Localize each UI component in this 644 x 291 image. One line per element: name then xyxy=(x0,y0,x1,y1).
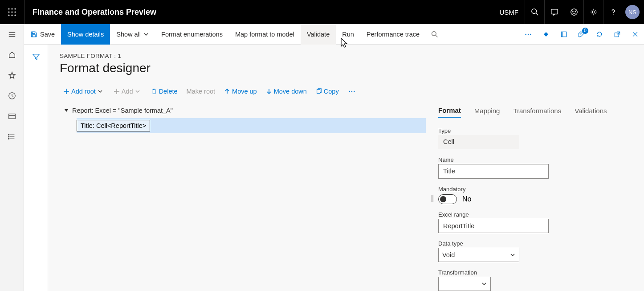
svg-point-34 xyxy=(528,34,529,35)
page-title: Format designer xyxy=(60,61,632,75)
nav-hamburger-button[interactable] xyxy=(0,24,24,45)
filter-button[interactable] xyxy=(32,53,40,291)
copy-button[interactable]: Copy xyxy=(312,85,342,98)
svg-rect-29 xyxy=(33,32,35,33)
add-root-button[interactable]: Add root xyxy=(60,85,108,98)
popout-icon xyxy=(614,31,621,38)
map-format-button[interactable]: Map format to model xyxy=(229,24,301,45)
search-icon xyxy=(431,31,438,38)
overflow-button[interactable] xyxy=(519,24,537,45)
svg-rect-36 xyxy=(544,32,548,37)
app-launcher-button[interactable] xyxy=(0,0,24,24)
refresh-button[interactable] xyxy=(591,24,608,45)
left-rail xyxy=(0,24,24,291)
settings-button[interactable] xyxy=(583,0,603,24)
toolbar-overflow-button[interactable] xyxy=(344,85,361,98)
chevron-down-icon xyxy=(135,89,140,94)
delete-label: Delete xyxy=(159,88,178,95)
svg-point-7 xyxy=(11,14,12,16)
run-label: Run xyxy=(342,31,354,38)
filter-icon xyxy=(32,53,40,61)
attachments-button[interactable]: 0 xyxy=(573,24,591,45)
diamond-icon xyxy=(542,30,550,38)
save-label: Save xyxy=(40,31,55,38)
run-button[interactable]: Run xyxy=(336,24,360,45)
plus-icon xyxy=(63,88,69,94)
nav-favorites-button[interactable] xyxy=(0,65,24,86)
help-button[interactable] xyxy=(603,0,623,24)
name-field[interactable] xyxy=(438,164,549,178)
properties-panel: Format Mapping Transformations Validatio… xyxy=(436,104,632,291)
mandatory-label: Mandatory xyxy=(438,186,632,193)
tree-root-row[interactable]: Report: Excel = "Sample format_A" xyxy=(60,104,426,117)
workspace-icon xyxy=(8,112,16,120)
hamburger-icon xyxy=(8,30,16,38)
office-icon xyxy=(560,31,567,38)
performance-trace-label: Performance trace xyxy=(367,31,420,38)
svg-point-28 xyxy=(8,139,9,139)
star-icon xyxy=(8,71,16,79)
nav-home-button[interactable] xyxy=(0,45,24,65)
save-button[interactable]: Save xyxy=(24,24,61,45)
clock-icon xyxy=(8,92,16,100)
tab-transformations[interactable]: Transformations xyxy=(513,107,561,117)
transformation-select[interactable] xyxy=(438,277,491,291)
validate-label: Validate xyxy=(307,31,330,38)
svg-point-33 xyxy=(525,34,526,35)
tab-format[interactable]: Format xyxy=(438,107,461,118)
performance-trace-button[interactable]: Performance trace xyxy=(360,24,426,45)
nav-workspaces-button[interactable] xyxy=(0,106,24,127)
tree-selected-row[interactable]: Title: Cell<ReportTitle> xyxy=(77,118,426,133)
tab-validations[interactable]: Validations xyxy=(575,107,607,117)
excel-range-field[interactable] xyxy=(438,219,549,233)
move-up-button[interactable]: Move up xyxy=(220,85,261,98)
tree-root-label: Report: Excel = "Sample format_A" xyxy=(72,107,173,114)
move-up-label: Move up xyxy=(232,88,257,95)
svg-point-0 xyxy=(8,8,9,9)
tab-mapping[interactable]: Mapping xyxy=(474,107,500,117)
company-label[interactable]: USMF xyxy=(493,8,525,16)
add-label: Add xyxy=(122,88,133,95)
show-all-button[interactable]: Show all xyxy=(110,24,155,45)
show-all-label: Show all xyxy=(116,31,141,38)
svg-point-2 xyxy=(14,8,16,9)
data-type-select[interactable]: Void xyxy=(438,248,519,262)
svg-point-35 xyxy=(530,34,531,35)
arrow-up-icon xyxy=(224,88,230,94)
avatar[interactable]: NS xyxy=(625,5,640,19)
move-down-label: Move down xyxy=(274,88,307,95)
attachments-badge: 0 xyxy=(582,28,588,34)
splitter[interactable]: ‖ xyxy=(429,104,436,291)
close-button[interactable] xyxy=(626,24,644,45)
move-down-button[interactable]: Move down xyxy=(262,85,310,98)
nav-recent-button[interactable] xyxy=(0,86,24,106)
search-button[interactable] xyxy=(525,0,544,24)
tree-caret-icon[interactable] xyxy=(63,108,69,113)
save-icon xyxy=(30,31,37,38)
copy-label: Copy xyxy=(324,88,339,95)
format-tree[interactable]: Report: Excel = "Sample format_A" Title:… xyxy=(60,104,429,291)
office-addin-button[interactable] xyxy=(555,24,573,45)
svg-point-26 xyxy=(8,135,9,135)
svg-rect-30 xyxy=(33,35,35,37)
cmd-search-button[interactable] xyxy=(426,24,444,45)
format-enumerations-button[interactable]: Format enumerations xyxy=(155,24,229,45)
messages-button[interactable] xyxy=(544,0,564,24)
svg-line-10 xyxy=(536,13,538,16)
nav-modules-button[interactable] xyxy=(0,127,24,147)
feedback-button[interactable] xyxy=(564,0,583,24)
svg-point-14 xyxy=(575,11,575,11)
add-root-label: Add root xyxy=(71,88,96,95)
validate-button[interactable]: Validate xyxy=(301,24,336,45)
mandatory-value: No xyxy=(462,195,471,203)
chevron-down-icon xyxy=(98,89,103,94)
gear-icon xyxy=(590,8,598,16)
mandatory-toggle[interactable] xyxy=(438,194,457,204)
svg-point-13 xyxy=(572,11,573,11)
popout-button[interactable] xyxy=(608,24,626,45)
close-icon xyxy=(632,31,638,37)
data-type-label: Data type xyxy=(438,240,632,247)
show-details-button[interactable]: Show details xyxy=(61,24,110,45)
delete-button[interactable]: Delete xyxy=(147,85,181,98)
personalize-button[interactable] xyxy=(537,24,555,45)
